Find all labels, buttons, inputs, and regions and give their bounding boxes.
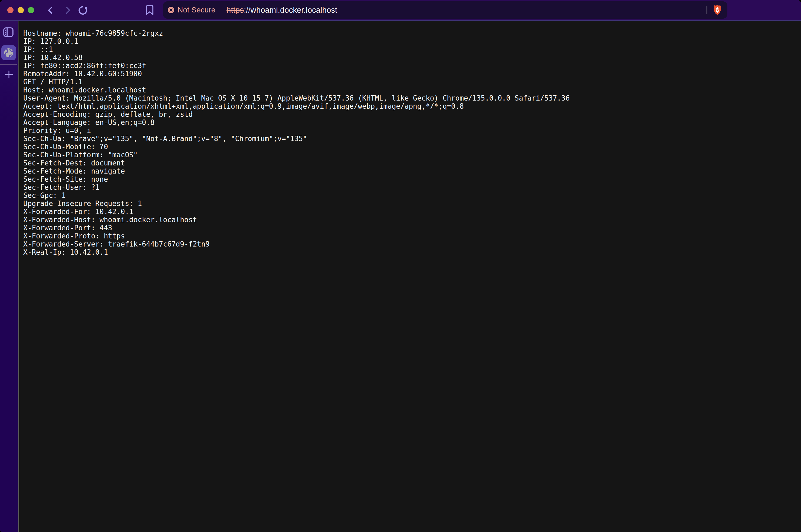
response-line: Sec-Fetch-Site: none (23, 175, 795, 183)
address-bar[interactable]: Not Secure https://whoami.docker.localho… (163, 1, 727, 19)
response-line: IP: 127.0.0.1 (23, 37, 795, 45)
bookmark-icon (145, 5, 154, 15)
response-line: X-Forwarded-Host: whoami.docker.localhos… (23, 216, 795, 224)
bookmark-button[interactable] (145, 5, 154, 15)
back-button[interactable] (45, 5, 56, 15)
response-line: Accept: text/html,application/xhtml+xml,… (23, 102, 795, 110)
response-line: Sec-Ch-Ua: "Brave";v="135", "Not-A.Brand… (23, 135, 795, 143)
response-line: IP: fe80::acd2:86ff:fef0:cc3f (23, 62, 795, 70)
response-line: Sec-Ch-Ua-Platform: "macOS" (23, 151, 795, 159)
address-bar-separator (707, 6, 707, 14)
response-line: Host: whoami.docker.localhost (23, 86, 795, 94)
security-status-label[interactable]: Not Secure (178, 6, 215, 14)
browser-window: Not Secure https://whoami.docker.localho… (0, 0, 801, 532)
whoami-response-text: Hostname: whoami-76c9859cfc-2rgxzIP: 127… (19, 21, 801, 256)
response-line: Priority: u=0, i (23, 127, 795, 135)
page-content: Hostname: whoami-76c9859cfc-2rgxzIP: 127… (19, 21, 801, 532)
response-line: X-Forwarded-Server: traefik-644b7c67d9-f… (23, 240, 795, 248)
response-line: IP: ::1 (23, 45, 795, 54)
globe-icon (3, 48, 14, 58)
vertical-tabs-sidebar (0, 21, 18, 532)
response-line: Hostname: whoami-76c9859cfc-2rgxz (23, 29, 795, 37)
url-host: whoami.docker.localhost (251, 6, 338, 14)
response-line: GET / HTTP/1.1 (23, 78, 795, 86)
reload-icon (78, 5, 88, 15)
not-secure-icon (167, 6, 175, 14)
response-line: Sec-Fetch-Mode: navigate (23, 167, 795, 175)
forward-arrow-icon (62, 5, 73, 15)
response-line: X-Forwarded-For: 10.42.0.1 (23, 208, 795, 216)
response-line: Sec-Gpc: 1 (23, 191, 795, 200)
window-zoom-button[interactable] (28, 7, 34, 13)
sidebar-toggle-icon (3, 27, 14, 38)
response-line: Accept-Language: en-US,en;q=0.8 (23, 118, 795, 127)
sidebar-divider (0, 64, 17, 64)
sidebar-toggle-button[interactable] (3, 27, 14, 38)
url-text: https://whoami.docker.localhost (226, 6, 337, 15)
url-scheme-colon: : (244, 6, 246, 14)
forward-button[interactable] (62, 5, 73, 15)
response-line: Sec-Ch-Ua-Mobile: ?0 (23, 143, 795, 151)
brave-lion-shield-icon (712, 5, 722, 15)
response-line: Sec-Fetch-Dest: document (23, 159, 795, 167)
plus-icon (5, 70, 13, 79)
response-line: X-Forwarded-Port: 443 (23, 224, 795, 232)
back-arrow-icon (45, 5, 56, 15)
browser-toolbar: Not Secure https://whoami.docker.localho… (0, 0, 801, 21)
response-line: Sec-Fetch-User: ?1 (23, 183, 795, 191)
new-tab-button[interactable] (5, 70, 13, 79)
response-line: Accept-Encoding: gzip, deflate, br, zstd (23, 110, 795, 118)
response-line: IP: 10.42.0.58 (23, 54, 795, 62)
url-scheme: https (226, 6, 244, 14)
brave-shields-button[interactable] (712, 5, 722, 15)
url-slashes: // (246, 6, 251, 14)
window-close-button[interactable] (7, 7, 14, 13)
active-tab-whoami[interactable] (1, 45, 16, 60)
response-line: X-Real-Ip: 10.42.0.1 (23, 248, 795, 256)
reload-button[interactable] (78, 5, 88, 15)
response-line: User-Agent: Mozilla/5.0 (Macintosh; Inte… (23, 94, 795, 102)
window-minimize-button[interactable] (18, 7, 24, 13)
response-line: RemoteAddr: 10.42.0.60:51900 (23, 70, 795, 78)
response-line: Upgrade-Insecure-Requests: 1 (23, 200, 795, 208)
response-line: X-Forwarded-Proto: https (23, 232, 795, 240)
